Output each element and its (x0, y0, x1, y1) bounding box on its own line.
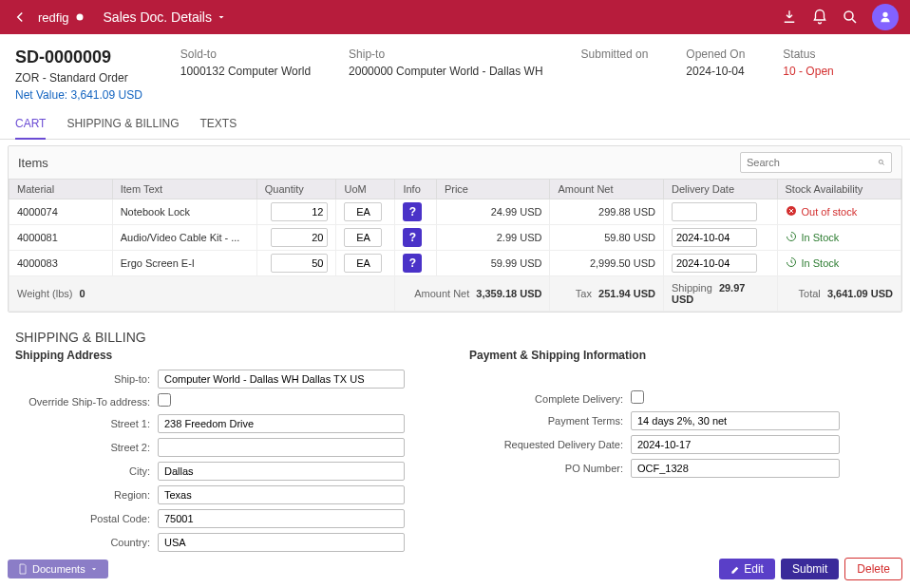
svg-point-0 (76, 14, 83, 21)
net-value-link[interactable]: Net Value: 3,641.09 USD (15, 88, 142, 102)
shipping-billing-title: SHIPPING & BILLING (0, 318, 910, 349)
avatar[interactable] (872, 4, 899, 30)
documents-button[interactable]: Documents (8, 560, 108, 579)
country-field[interactable] (158, 533, 405, 552)
cell-material: 4000083 (9, 251, 113, 276)
delivery-date-input[interactable] (672, 254, 757, 273)
sold-to-value: 1000132 Computer World (180, 65, 311, 78)
stock-badge: In Stock (786, 256, 893, 270)
payment-terms-field[interactable] (631, 411, 840, 430)
submit-button[interactable]: Submit (781, 559, 839, 579)
order-id: SD-0000009 (15, 47, 142, 67)
items-table: Material Item Text Quantity UoM Info Pri… (9, 179, 901, 312)
cell-amount: 299.88 USD (550, 199, 664, 225)
col-item-text: Item Text (112, 180, 256, 199)
region-field[interactable] (158, 485, 405, 504)
shipping-address-title: Shipping Address (15, 349, 441, 362)
submitted-label: Submitted on (581, 47, 649, 61)
cell-item-text: Ergo Screen E-I (112, 251, 256, 276)
quantity-input[interactable] (271, 228, 328, 247)
override-checkbox[interactable] (158, 393, 171, 407)
cell-price: 59.99 USD (436, 251, 550, 276)
street2-field[interactable] (158, 438, 405, 457)
search-icon[interactable] (842, 9, 859, 26)
col-info: Info (395, 180, 436, 199)
stock-badge: Out of stock (786, 205, 893, 218)
quantity-input[interactable] (271, 202, 328, 221)
uom-input[interactable] (344, 254, 382, 273)
col-uom: UoM (336, 180, 395, 199)
items-search[interactable] (740, 152, 892, 173)
uom-input[interactable] (344, 202, 382, 221)
delivery-date-input[interactable] (672, 202, 757, 221)
totals-row: Weight (lbs) 0 Amount Net 3,359.18 USD T… (9, 276, 901, 312)
error-icon (786, 205, 797, 218)
delivery-date-input[interactable] (672, 228, 757, 247)
col-delivery: Delivery Date (663, 180, 777, 199)
items-title: Items (18, 156, 48, 170)
tabs: CART SHIPPING & BILLING TEXTS (0, 109, 910, 140)
shipping-billing-section: Shipping Address Ship-to: Override Ship-… (0, 349, 910, 557)
quantity-input[interactable] (271, 254, 328, 273)
info-button[interactable]: ? (403, 228, 422, 247)
info-button[interactable]: ? (403, 202, 422, 221)
table-row: 4000081Audio/Video Cable Kit - ...?2.99 … (9, 225, 901, 251)
stock-badge: In Stock (786, 231, 893, 244)
info-button[interactable]: ? (403, 254, 422, 273)
uom-input[interactable] (344, 228, 382, 247)
complete-delivery-checkbox[interactable] (631, 390, 644, 404)
svg-point-1 (844, 11, 853, 20)
clock-icon (786, 256, 797, 270)
brand-logo: redfig (38, 10, 86, 25)
clock-icon (786, 231, 797, 244)
cell-material: 4000081 (9, 225, 113, 251)
col-quantity: Quantity (256, 180, 336, 199)
search-icon (878, 157, 885, 168)
items-search-input[interactable] (747, 157, 878, 168)
cell-price: 24.99 USD (436, 199, 550, 225)
opened-label: Opened On (686, 47, 745, 61)
items-panel: Items Material Item Text Quantity UoM In… (8, 145, 902, 313)
payment-info-title: Payment & Shipping Information (469, 349, 895, 362)
requested-delivery-field[interactable] (631, 435, 840, 454)
col-amount: Amount Net (550, 180, 664, 199)
cell-amount: 59.80 USD (550, 225, 664, 251)
col-stock: Stock Availability (777, 180, 901, 199)
top-bar: redfig Sales Doc. Details (0, 0, 910, 34)
chevron-down-icon (216, 11, 227, 23)
street1-field[interactable] (158, 414, 405, 433)
table-row: 4000074Notebook Lock?24.99 USD299.88 USD… (9, 199, 901, 225)
sold-to-label: Sold-to (180, 47, 311, 61)
page-title-dropdown[interactable]: Sales Doc. Details (104, 9, 227, 25)
edit-button[interactable]: Edit (719, 559, 775, 579)
delete-button[interactable]: Delete (844, 558, 902, 580)
chevron-down-icon (89, 564, 99, 574)
brand-icon (73, 10, 86, 24)
ship-to-field[interactable] (158, 370, 405, 389)
back-icon[interactable] (11, 9, 28, 26)
postal-field[interactable] (158, 509, 405, 528)
table-row: 4000083Ergo Screen E-I?59.99 USD2,999.50… (9, 251, 901, 276)
order-header: SD-0000009 ZOR - Standard Order Net Valu… (0, 34, 910, 109)
ship-to-value: 2000000 Computer World - Dallas WH (349, 65, 543, 78)
footer-bar: Documents Edit Submit Delete (8, 558, 902, 580)
tab-shipping-billing[interactable]: SHIPPING & BILLING (66, 109, 179, 139)
city-field[interactable] (158, 462, 405, 481)
cell-price: 2.99 USD (436, 225, 550, 251)
tab-texts[interactable]: TEXTS (200, 109, 237, 139)
cell-item-text: Audio/Video Cable Kit - ... (112, 225, 256, 251)
order-type: ZOR - Standard Order (15, 71, 142, 85)
svg-point-2 (879, 160, 882, 163)
bell-icon[interactable] (811, 9, 828, 26)
documents-icon (17, 563, 28, 575)
po-number-field[interactable] (631, 459, 840, 478)
tab-cart[interactable]: CART (15, 109, 46, 140)
cell-item-text: Notebook Lock (112, 199, 256, 225)
download-icon[interactable] (781, 9, 798, 26)
col-material: Material (9, 180, 113, 199)
opened-value: 2024-10-04 (686, 65, 745, 78)
cell-amount: 2,999.50 USD (550, 251, 664, 276)
status-value: 10 - Open (783, 65, 833, 78)
status-label: Status (783, 47, 833, 61)
col-price: Price (436, 180, 550, 199)
